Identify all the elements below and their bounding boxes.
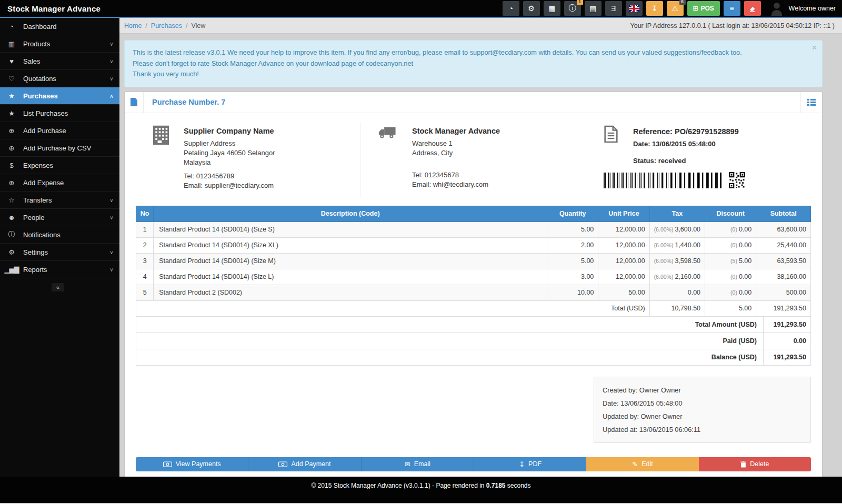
sidebar-item-sales[interactable]: ♥ Sales ∨ [0,53,119,70]
total-row: Total (USD) 10,798.50 5.00 191,293.50 [136,300,811,316]
sidebar-item-add-purchase-csv[interactable]: ⊕ Add Purchase by CSV [0,139,119,157]
company-tel: Tel: 012345678 [412,170,500,180]
dollar-icon: $ [0,162,23,169]
download-icon[interactable]: ↧ [646,1,663,16]
ip-info: Your IP Address 127.0.0.1 ( Last login a… [630,22,835,29]
file-text-icon [604,125,618,143]
order-date: Date: 13/06/2015 05:48:00 [633,138,739,150]
supplier-address-1: Supplier Address [184,139,275,148]
users-icon: ☻ [0,214,23,221]
app-title: Stock Manager Advance [0,4,119,13]
info-badge: 1 [577,0,583,5]
order-status: Status: received [633,155,739,167]
order-reference: Reference: PO/629791528899 [633,125,739,138]
summary-paid: Paid (USD) 0.00 [136,333,811,349]
info-icon[interactable]: ⓘ 1 [564,1,581,16]
chevron-down-icon: ∨ [104,249,119,255]
list-icon[interactable]: ≡ [724,1,740,16]
money-icon [278,461,287,467]
table-row: 2 Standard Product 14 (SD0014) (Size XL)… [136,237,811,253]
company-email: Email: whi@tecdiary.com [412,180,500,189]
breadcrumb-purchases[interactable]: Purchases [151,22,182,29]
avatar [770,1,784,16]
sidebar-item-add-purchase[interactable]: ⊕ Add Purchase [0,122,119,139]
calculator-icon[interactable]: ▦ [544,1,560,16]
sidebar-item-quotations[interactable]: ♡ Quotations ∨ [0,70,119,87]
breadcrumb-home[interactable]: Home [124,22,142,29]
language-flag-icon[interactable] [626,1,643,16]
total-tax: 10,798.50 [649,300,705,316]
delete-button[interactable]: Delete [699,457,811,471]
calendar-icon[interactable]: ▤ [585,1,602,16]
warning-badge: 6 [679,0,686,5]
items-table: No Description (Code) Quantity Unit Pric… [136,206,811,317]
main-content: Home / Purchases / View Your IP Address … [119,18,842,477]
sidebar: ◔ Dashboard ▥ Products ∨ ♥ Sales ∨ ♡ Quo… [0,18,119,477]
sidebar-item-reports[interactable]: ▁▅▇ Reports ∨ [0,261,119,278]
barcode-image [604,173,722,188]
add-payment-button[interactable]: Add Payment [248,457,360,471]
total-discount: 5.00 [705,300,756,316]
table-row: 3 Standard Product 14 (SD0014) (Size M) … [136,253,811,269]
audit-info-box: Created by: Owner Owner Date: 13/06/2015… [594,377,811,443]
sidebar-item-expenses[interactable]: $ Expenses [0,157,119,174]
plus-circle-icon: ⊕ [0,127,23,135]
heart-icon: ♥ [0,57,23,65]
chevron-down-icon: ∨ [104,215,119,220]
sidebar-item-settings[interactable]: ⚙ Settings ∨ [0,244,119,261]
footer: © 2015 Stock Manager Advance (v3.0.1.1) … [0,477,842,503]
page-title: Purchase Number. 7 [152,98,225,106]
heart-outline-icon: ♡ [0,75,23,83]
edit-button[interactable]: ✎ Edit [586,457,698,471]
sidebar-item-add-expense[interactable]: ⊕ Add Expense [0,174,119,191]
sidebar-item-transfers[interactable]: ☆ Transfers ∨ [0,191,119,209]
eraser-icon[interactable] [744,1,761,16]
gauge-icon[interactable]: ◔ [503,1,519,16]
barcode-icon: ▥ [0,40,23,48]
table-header-row: No Description (Code) Quantity Unit Pric… [136,206,811,221]
star-outline-icon: ☆ [0,196,23,204]
welcome-text: Welcome owner [789,5,836,12]
sidebar-item-dashboard[interactable]: ◔ Dashboard [0,18,119,35]
sidebar-collapse-button[interactable]: « [52,283,64,291]
qr-code-image [729,172,745,188]
release-alert: × This is the latest release v3.0.1 We n… [124,40,823,87]
total-label: Total (USD) [136,300,650,316]
summary-balance: Balance (USD) 191,293.50 [136,349,811,366]
supplier-tel: Tel: 0123456789 [184,172,275,181]
building-icon [153,125,169,145]
total-subtotal: 191,293.50 [756,300,811,316]
trash-icon [740,461,746,468]
email-button[interactable]: ✉ Email [361,457,474,471]
sidebar-item-purchases[interactable]: ★ Purchases ∧ [0,87,119,105]
close-icon[interactable]: × [812,44,817,52]
company-column: Stock Manager Advance Warehouse 1 Addres… [360,123,586,197]
sidebar-item-people[interactable]: ☻ People ∨ [0,209,119,226]
pos-button[interactable]: ⊞ POS [687,1,720,16]
user-menu[interactable]: Welcome owner [770,1,836,16]
action-buttons: View Payments Add Payment ✉ Email ↧ PDF [136,457,811,471]
chevron-down-icon: ∨ [104,58,119,64]
css3-icon[interactable]: Ǝ [605,1,622,16]
breadcrumb: Home / Purchases / View [124,22,205,29]
grid-icon: ⊞ [693,5,698,12]
pdf-button[interactable]: ↧ PDF [474,457,586,471]
sidebar-item-products[interactable]: ▥ Products ∨ [0,35,119,53]
cogs-icon[interactable]: ⚙ [523,1,540,16]
purchase-info: Supplier Company Name Supplier Address P… [136,123,811,197]
sidebar-item-notifications[interactable]: ⓘ Notifications [0,226,119,244]
table-row: 1 Standard Product 14 (SD0014) (Size S) … [136,221,811,237]
envelope-icon: ✉ [405,460,410,468]
company-address: Address, City [412,148,500,158]
footer-text: © 2015 Stock Manager Advance (v3.0.1.1) … [311,482,530,503]
table-toggle-icon[interactable] [800,92,816,113]
alert-line-2: Please don't forget to rate Stock Manage… [133,58,806,69]
warning-icon[interactable]: ⚠ 6 [667,1,684,16]
reference-column: Reference: PO/629791528899 Date: 13/06/2… [586,123,811,197]
supplier-address-2: Petaling Jaya 46050 Selangor [184,148,275,158]
gear-icon: ⚙ [0,248,23,256]
edit-icon: ✎ [632,460,638,468]
created-date: Date: 13/06/2015 05:48:00 [603,397,802,410]
sidebar-item-list-purchases[interactable]: ★ List Purchases [0,105,119,122]
view-payments-button[interactable]: View Payments [136,457,248,471]
